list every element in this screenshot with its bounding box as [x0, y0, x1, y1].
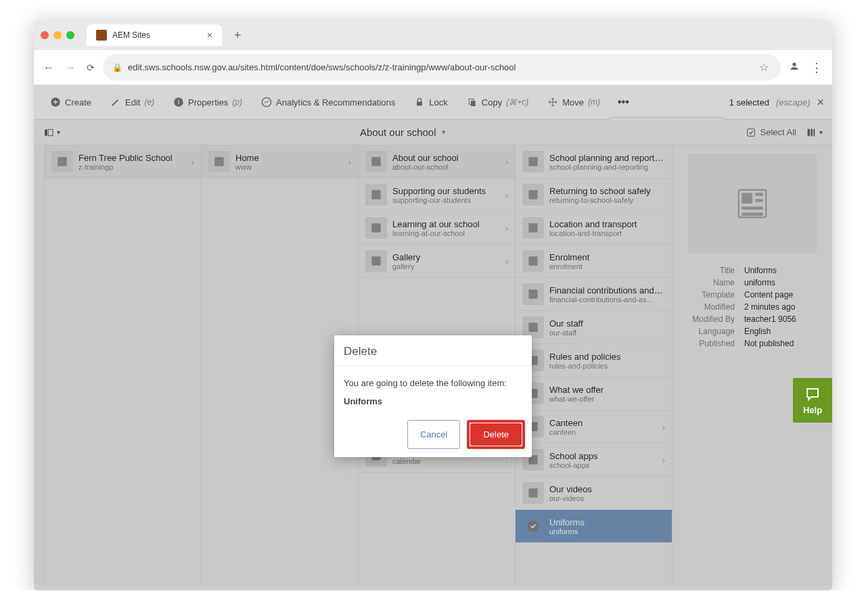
svg-rect-16: [813, 128, 815, 136]
meta-value-template: Content page: [744, 290, 793, 300]
info-icon: i: [173, 97, 184, 108]
column-item[interactable]: Supporting our studentssupporting-our-st…: [359, 179, 515, 212]
copy-button[interactable]: Copy (⌘+c): [459, 93, 537, 112]
close-window-icon[interactable]: [41, 31, 49, 39]
dialog-title: Delete: [334, 335, 532, 366]
item-title: What we offer: [549, 385, 665, 395]
account-icon[interactable]: [786, 58, 802, 77]
page-icon: [365, 151, 387, 172]
column-item[interactable]: Fern Tree Public Schoolz-trainingp ›: [45, 145, 201, 179]
column-item[interactable]: School appsschool-apps ›: [516, 444, 672, 477]
more-actions-button[interactable]: •••: [611, 92, 636, 112]
dialog-message: You are going to delete the following it…: [344, 378, 522, 388]
minimize-window-icon[interactable]: [53, 31, 62, 39]
page-icon: [522, 151, 544, 172]
window-controls[interactable]: [41, 31, 74, 39]
svg-rect-19: [371, 157, 380, 166]
column-item[interactable]: Uniformsuniforms: [516, 510, 672, 543]
analytics-label: Analytics & Recommendations: [276, 97, 395, 108]
item-title: Fern Tree Public School: [78, 153, 186, 163]
page-icon: [365, 250, 387, 272]
move-button[interactable]: Move (m): [539, 93, 608, 112]
reload-button[interactable]: ⟳: [84, 60, 97, 76]
svg-rect-25: [528, 157, 537, 166]
select-all-button[interactable]: Select All: [746, 127, 796, 138]
browser-tab[interactable]: AEM Sites ×: [87, 24, 222, 46]
close-tab-icon[interactable]: ×: [207, 30, 212, 41]
back-button[interactable]: ←: [41, 59, 57, 76]
meta-value-title: Uniforms: [744, 266, 777, 275]
column-item[interactable]: Homewww ›: [202, 145, 358, 179]
svg-rect-21: [371, 223, 380, 232]
column-item[interactable]: Location and transportlocation-and-trans…: [516, 212, 672, 245]
rail-toggle-button[interactable]: ▾: [43, 127, 60, 138]
delete-button[interactable]: Delete: [470, 423, 522, 446]
chevron-down-icon: ▾: [819, 128, 823, 136]
column-item[interactable]: About our schoolabout-our-school ›: [359, 145, 515, 179]
svg-rect-40: [756, 199, 763, 202]
item-title: School apps: [549, 451, 657, 461]
lock-label: Lock: [429, 97, 447, 108]
column-item[interactable]: Financial contributions and as…financial…: [516, 278, 672, 311]
page-icon: [208, 151, 230, 172]
column-item[interactable]: Rules and policiesrules-and-policies: [516, 344, 672, 377]
meta-label: Modified By: [683, 314, 744, 324]
column-item[interactable]: Gallerygallery ›: [359, 245, 515, 278]
column-1: Fern Tree Public Schoolz-trainingp ›: [45, 145, 202, 585]
page-title: About our school: [360, 126, 436, 138]
title-dropdown-icon[interactable]: ▾: [442, 128, 446, 137]
selection-escape-hint: (escape): [776, 97, 811, 108]
column-item[interactable]: What we offerwhat-we-offer: [516, 377, 672, 410]
view-switcher-button[interactable]: ▾: [806, 127, 823, 138]
column-item[interactable]: Our videosour-videos: [516, 477, 672, 510]
column-item[interactable]: Our staffour-staff: [516, 311, 672, 344]
bookmark-icon[interactable]: ☆: [756, 58, 771, 76]
column-item[interactable]: School planning and reportingschool-plan…: [516, 145, 672, 179]
forward-button[interactable]: →: [62, 59, 78, 76]
chevron-down-icon: ▾: [57, 128, 60, 136]
help-label: Help: [803, 405, 822, 415]
item-title: Location and transport: [549, 219, 665, 229]
properties-button[interactable]: i Properties (p): [165, 93, 250, 112]
svg-rect-7: [471, 101, 476, 106]
edit-shortcut: (e): [144, 97, 154, 107]
chevron-right-icon: ›: [505, 157, 508, 167]
column-item[interactable]: Learning at our schoollearning-at-our-sc…: [359, 212, 515, 245]
svg-rect-12: [48, 129, 53, 135]
meta-label: Modified: [683, 302, 744, 312]
item-title: Returning to school safely: [549, 186, 665, 196]
meta-label: Template: [683, 290, 744, 300]
page-icon: [522, 217, 544, 239]
chevron-right-icon: ›: [505, 190, 508, 200]
cancel-button[interactable]: Cancel: [407, 420, 460, 449]
column-item[interactable]: Canteencanteen ›: [516, 410, 672, 444]
url-text: edit.sws.schools.nsw.gov.au/sites.html/c…: [128, 62, 751, 72]
edit-button[interactable]: Edit (e): [102, 93, 162, 112]
item-subtitle: enrolment: [549, 262, 665, 270]
item-subtitle: location-and-transport: [549, 229, 665, 237]
item-subtitle: school-planning-and-reporting: [549, 163, 665, 171]
meta-label: Published: [683, 339, 744, 348]
maximize-window-icon[interactable]: [66, 31, 74, 39]
analytics-button[interactable]: Analytics & Recommendations: [253, 93, 403, 112]
page-icon: [365, 217, 387, 239]
item-subtitle: rules-and-policies: [549, 362, 665, 370]
deselect-button[interactable]: ×: [817, 95, 824, 110]
column-item[interactable]: Returning to school safelyreturning-to-s…: [516, 179, 672, 212]
delete-button-highlight: Delete: [467, 420, 525, 449]
copy-icon: [467, 97, 478, 108]
item-subtitle: calendar: [392, 457, 500, 465]
svg-rect-39: [756, 193, 763, 196]
item-title: Our staff: [549, 318, 665, 329]
url-input[interactable]: 🔒 edit.sws.schools.nsw.gov.au/sites.html…: [103, 54, 781, 80]
browser-menu-icon[interactable]: ⋮: [808, 57, 825, 78]
lock-button[interactable]: Lock: [406, 93, 455, 112]
item-subtitle: about-our-school: [392, 163, 500, 171]
create-button[interactable]: Create: [42, 93, 99, 112]
svg-rect-35: [528, 488, 537, 497]
properties-label: Properties: [188, 97, 228, 108]
new-tab-button[interactable]: +: [227, 28, 248, 43]
column-item[interactable]: Enrolmentenrolment: [516, 245, 672, 278]
help-widget[interactable]: Help: [793, 378, 832, 423]
item-title: About our school: [392, 153, 500, 163]
